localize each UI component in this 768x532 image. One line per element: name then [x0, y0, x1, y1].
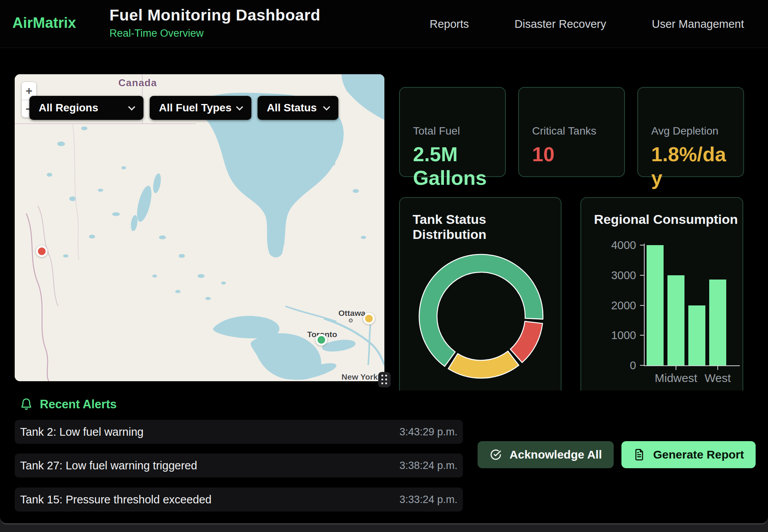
filter-label: All Regions — [39, 102, 98, 114]
bar-region-3[interactable] — [709, 280, 726, 365]
x-axis-line — [644, 365, 740, 366]
generate-report-button[interactable]: Generate Report — [621, 441, 756, 468]
y-tick-mark — [640, 335, 644, 336]
alert-time: 3:43:29 p.m. — [399, 426, 457, 438]
x-tick-mark — [717, 366, 718, 370]
y-tick-mark — [640, 275, 644, 276]
alert-row-1[interactable]: Tank 27: Low fuel warning triggered3:38:… — [15, 454, 463, 477]
x-tick-label: West — [687, 372, 749, 385]
donut-slice-critical[interactable] — [510, 321, 543, 362]
donut-chart-card: Tank Status Distribution — [399, 197, 561, 390]
y-tick-label: 4000 — [589, 239, 636, 252]
filter-label: All Fuel Types — [159, 102, 232, 114]
alerts-title: Recent Alerts — [40, 397, 117, 411]
alert-time: 3:33:24 p.m. — [399, 494, 457, 506]
page-title: Fuel Monitoring Dashboard — [109, 6, 320, 24]
stat-value: 2.5M Gallons — [413, 143, 496, 190]
nav-item-reports[interactable]: Reports — [430, 18, 469, 31]
chevron-down-icon — [323, 103, 330, 110]
chevron-down-icon — [236, 103, 243, 110]
y-axis-line — [644, 244, 645, 366]
y-tick-label: 2000 — [589, 299, 636, 312]
chevron-down-icon — [128, 103, 135, 110]
map-marker-warning[interactable] — [363, 313, 375, 324]
alert-time: 3:38:24 p.m. — [399, 460, 457, 472]
check-circle-icon — [490, 448, 502, 461]
header: AirMatrix Fuel Monitoring Dashboard Real… — [0, 0, 768, 48]
ottawa-town-icon — [349, 319, 353, 322]
bar-region-0[interactable] — [647, 245, 664, 365]
filter-dropdown-0[interactable]: All Regions — [29, 96, 143, 120]
filter-dropdown-1[interactable]: All Fuel Types — [150, 96, 251, 120]
map-filter-bar: All RegionsAll Fuel TypesAll Status — [29, 96, 338, 120]
map-panel[interactable]: Canada Ottawa Toronto New York + − All R… — [15, 74, 384, 381]
bar-region-2[interactable] — [688, 305, 705, 366]
stat-value: 10 — [532, 143, 615, 166]
y-tick-mark — [640, 245, 644, 246]
alert-row-2[interactable]: Tank 15: Pressure threshold exceeded3:33… — [15, 488, 463, 512]
map-marker-critical[interactable] — [36, 246, 48, 257]
main-nav: ReportsDisaster RecoveryUser Management — [430, 0, 744, 48]
bar-region-1[interactable] — [667, 275, 684, 365]
y-tick-label: 3000 — [589, 269, 636, 282]
title-block: Fuel Monitoring Dashboard Real-Time Over… — [109, 6, 320, 39]
map-canvas[interactable]: Canada Ottawa Toronto New York — [15, 74, 384, 381]
stat-value: 1.8%/day — [651, 143, 734, 190]
drag-handle-icon[interactable] — [378, 372, 391, 387]
filter-dropdown-2[interactable]: All Status — [258, 96, 338, 120]
bell-icon — [20, 398, 33, 411]
stat-label: Total Fuel — [413, 125, 505, 137]
brand-logo: AirMatrix — [12, 15, 76, 31]
bar-chart-title: Regional Consumption — [594, 212, 738, 227]
nav-item-user-management[interactable]: User Management — [652, 18, 744, 31]
alert-text: Tank 27: Low fuel warning triggered — [20, 459, 197, 472]
donut-chart-title: Tank Status Distribution — [413, 212, 561, 242]
map-label-new-york: New York — [341, 372, 378, 381]
bar-chart-card: Regional Consumption 40003000200010000Mi… — [580, 197, 743, 390]
page-subtitle: Real-Time Overview — [109, 27, 320, 39]
stat-label: Avg Depletion — [651, 125, 743, 137]
alerts-header: Recent Alerts — [20, 397, 117, 411]
y-tick-mark — [640, 305, 644, 306]
y-tick-label: 1000 — [589, 329, 636, 342]
stat-card-critical-tanks: Critical Tanks10 — [518, 87, 625, 177]
alert-text: Tank 2: Low fuel warning — [20, 426, 143, 438]
alert-row-0[interactable]: Tank 2: Low fuel warning3:43:29 p.m. — [15, 420, 463, 444]
filter-label: All Status — [267, 102, 317, 114]
acknowledge-all-button[interactable]: Acknowledge All — [478, 441, 614, 468]
y-tick-mark — [640, 365, 644, 366]
acknowledge-all-label: Acknowledge All — [510, 448, 602, 461]
map-label-ottawa: Ottawa — [338, 309, 365, 318]
plus-icon: + — [26, 84, 32, 97]
x-tick-mark — [676, 366, 676, 370]
y-tick-label: 0 — [589, 359, 636, 372]
map-label-canada: Canada — [118, 77, 157, 89]
document-icon — [633, 448, 645, 461]
generate-report-label: Generate Report — [653, 448, 744, 461]
donut-slice-warning[interactable] — [448, 351, 519, 378]
stat-card-avg-depletion: Avg Depletion1.8%/day — [637, 87, 744, 177]
stat-card-total-fuel: Total Fuel2.5M Gallons — [399, 87, 506, 177]
alert-text: Tank 15: Pressure threshold exceeded — [20, 493, 212, 506]
dashboard-app: AirMatrix Fuel Monitoring Dashboard Real… — [0, 0, 768, 524]
map-marker-normal[interactable] — [316, 334, 327, 346]
stat-label: Critical Tanks — [532, 125, 624, 137]
nav-item-disaster-recovery[interactable]: Disaster Recovery — [515, 18, 606, 31]
